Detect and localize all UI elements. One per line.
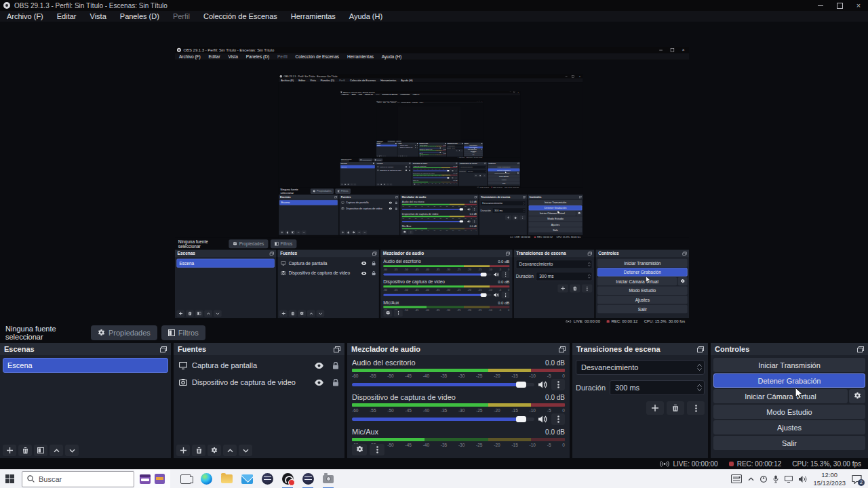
scene-filters-button[interactable] — [34, 445, 47, 456]
dark-sphere-app-2-icon[interactable] — [298, 470, 318, 488]
meter-tick-label: -50 — [420, 182, 422, 184]
reader-app-icon[interactable] — [155, 474, 165, 484]
mixer-settings-button[interactable] — [352, 444, 367, 455]
volume-slider-handle[interactable] — [516, 382, 526, 388]
menu-archivo[interactable]: Archivo (F) — [0, 12, 50, 20]
obs-studio-recording-icon[interactable] — [277, 470, 298, 488]
volume-slider[interactable] — [352, 414, 565, 424]
volume-slider-track — [413, 170, 451, 171]
minimize-button[interactable] — [811, 0, 830, 11]
mixer-menu-button[interactable] — [370, 444, 384, 455]
tray-expand-chevron-icon[interactable] — [748, 477, 754, 481]
volume-slider-track[interactable] — [352, 383, 534, 386]
scene-down-button[interactable] — [65, 445, 79, 456]
microphone-tray-icon[interactable] — [773, 475, 778, 483]
channel-menu-button[interactable] — [551, 413, 565, 425]
eye-icon[interactable] — [315, 363, 323, 369]
file-explorer-icon[interactable] — [216, 470, 237, 488]
volume-slider-handle[interactable] — [516, 416, 526, 422]
transition-select[interactable]: Desvanecimiento — [576, 360, 705, 375]
close-button[interactable]: × — [849, 0, 868, 11]
notification-center-icon[interactable]: 2 — [852, 474, 862, 484]
popout-icon[interactable] — [334, 346, 340, 352]
properties-label: Propiedades — [108, 329, 151, 337]
menu-ayuda[interactable]: Ayuda (H) — [342, 12, 389, 20]
popout-icon[interactable] — [160, 346, 167, 352]
speaker-icon[interactable] — [538, 415, 547, 423]
transition-menu-button[interactable] — [687, 401, 705, 415]
mixer-channels: Audio del escritorio 0.0 dB -60-55-50-45… — [380, 257, 512, 318]
sources-panel: Fuentes Captura de pantalla Dispositivo … — [174, 343, 344, 458]
popout-icon[interactable] — [857, 346, 864, 352]
add-transition-button[interactable] — [646, 401, 664, 415]
channel-menu-button[interactable] — [551, 379, 565, 390]
source-label: Captura de pantalla — [192, 361, 306, 369]
camera-app-icon[interactable] — [318, 470, 338, 488]
meter-tick-label: -15 — [439, 155, 440, 156]
volume-slider[interactable] — [352, 380, 565, 389]
widgets-news-icon[interactable] — [731, 474, 742, 483]
channel-db-value: 0.0 dB — [545, 394, 565, 401]
taskbar-clock[interactable]: 12:00 15/12/2023 — [813, 471, 846, 487]
search-input[interactable]: Buscar — [22, 471, 134, 487]
popout-icon[interactable] — [559, 346, 566, 352]
channel-name: Mic/Aux — [413, 180, 418, 181]
settings-button[interactable]: Ajustes — [713, 420, 865, 434]
stop-recording-button[interactable]: Detener Grabación — [713, 373, 865, 388]
scene-item-selected[interactable]: Escena — [3, 358, 168, 373]
start-virtual-camera-button[interactable]: Iniciar Cámara Virtual — [713, 389, 848, 403]
menu-editar[interactable]: Editar — [50, 12, 83, 20]
spinbox-arrows-icon[interactable] — [694, 384, 704, 391]
popout-icon[interactable] — [697, 346, 704, 352]
video-editor-app-icon[interactable] — [140, 474, 151, 484]
properties-button[interactable]: Propiedades — [91, 325, 157, 340]
source-toolbar: Ninguna fuente seleccionar Propiedades F… — [0, 323, 868, 343]
add-scene-button[interactable] — [3, 445, 16, 456]
lock-icon[interactable] — [332, 379, 339, 386]
select-arrows-icon[interactable] — [694, 364, 704, 371]
lock-icon[interactable] — [332, 362, 339, 369]
obs-tray-icon[interactable] — [760, 476, 767, 483]
start-button[interactable] — [0, 470, 20, 488]
menu-paneles[interactable]: Paneles (D) — [113, 12, 166, 20]
task-view-button[interactable] — [176, 470, 196, 488]
preview-capture[interactable]: OBS 29.1.3 - Perfil: Sin Título - Escena… — [175, 47, 689, 336]
channel-menu-button — [501, 271, 509, 278]
controls-buttons: Iniciar Transmisión Detener Grabación In… — [528, 199, 583, 235]
meter-tick-label: -55 — [394, 268, 398, 271]
dark-sphere-app-icon[interactable] — [257, 470, 277, 488]
menu-perfil[interactable]: Perfil — [166, 12, 197, 20]
menu-coleccion-escenas[interactable]: Colección de Escenas — [197, 12, 284, 20]
meter-tick-label: -35 — [436, 268, 440, 271]
add-source-button[interactable] — [176, 445, 190, 456]
remove-scene-button[interactable] — [18, 445, 32, 456]
network-tray-icon[interactable] — [785, 476, 793, 483]
remove-transition-button[interactable] — [667, 401, 684, 415]
eye-icon[interactable] — [315, 380, 323, 386]
volume-tray-icon[interactable] — [799, 476, 807, 483]
source-properties-button[interactable] — [208, 445, 221, 456]
studio-mode-button[interactable]: Modo Estudio — [713, 405, 865, 419]
source-down-button[interactable] — [239, 445, 252, 456]
source-item-display-capture[interactable]: Captura de pantalla — [174, 359, 344, 372]
volume-slider-track[interactable] — [352, 418, 534, 421]
maximize-button[interactable] — [830, 0, 849, 11]
mail-app-icon[interactable] — [237, 470, 257, 488]
source-item-video-capture[interactable]: Dispositivo de captura de video — [174, 375, 344, 389]
source-up-button[interactable] — [223, 445, 237, 456]
volume-slider-track — [413, 178, 451, 178]
exit-button[interactable]: Salir — [713, 436, 865, 450]
duration-spinbox[interactable]: 300 ms — [610, 380, 705, 395]
edge-browser-icon[interactable] — [196, 470, 216, 488]
filters-button[interactable]: Filtros — [161, 325, 205, 340]
virtual-camera-settings-button[interactable] — [849, 389, 865, 403]
menu-herramientas[interactable]: Herramientas — [284, 12, 342, 20]
start-streaming-button[interactable]: Iniciar Transmisión — [713, 358, 865, 372]
speaker-icon[interactable] — [538, 381, 547, 388]
settings-button: Ajustes — [488, 178, 520, 181]
menu-vista[interactable]: Vista — [83, 12, 113, 20]
scene-up-button[interactable] — [50, 445, 63, 456]
mixer-menu-button — [394, 310, 403, 317]
sources-toolbar — [176, 445, 252, 456]
remove-source-button[interactable] — [192, 445, 205, 456]
